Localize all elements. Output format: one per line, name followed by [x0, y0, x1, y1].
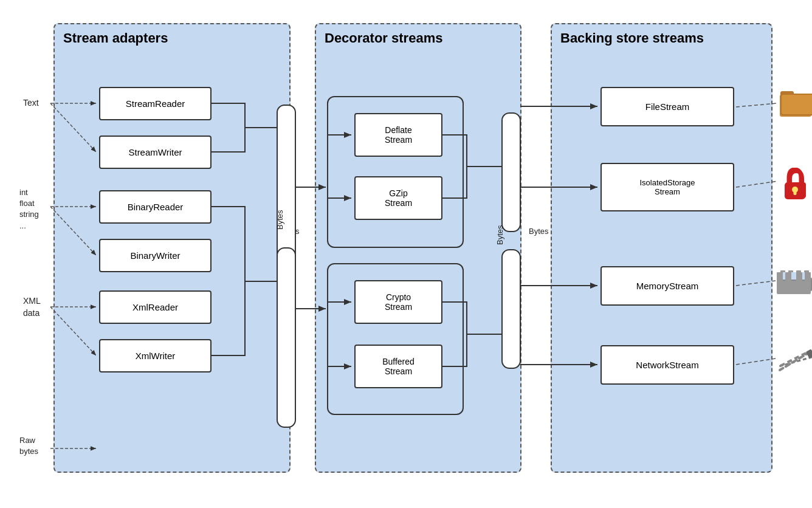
crypto-box: CryptoStream: [354, 280, 442, 324]
svg-rect-42: [785, 272, 791, 282]
svg-rect-41: [777, 272, 783, 282]
svg-rect-43: [796, 272, 802, 282]
svg-rect-46: [791, 272, 796, 280]
folder-icon-display: [780, 88, 812, 118]
svg-rect-44: [805, 272, 811, 282]
xmlreader-box: XmlReader: [99, 290, 212, 324]
svg-rect-40: [777, 281, 811, 294]
svg-rect-47: [802, 272, 805, 280]
text-label: Text: [23, 98, 39, 108]
rawbytes-label: Rawbytes: [19, 435, 38, 457]
adapters-title: Stream adapters: [55, 24, 289, 50]
gzip-box: GZipStream: [354, 176, 442, 220]
svg-rect-45: [783, 272, 785, 280]
svg-line-48: [780, 352, 810, 370]
deflate-box: DeflateStream: [354, 113, 442, 157]
bytes1-label-text: Bytes: [275, 210, 284, 230]
binaryreader-box: BinaryReader: [99, 190, 212, 224]
networkstream-box: NetworkStream: [600, 345, 734, 385]
diagram: Stream adapters Decorator streams Backin…: [17, 11, 795, 497]
filestream-box: FileStream: [600, 87, 734, 126]
memorystream-box: MemoryStream: [600, 266, 734, 306]
bytes2-label: Bytes: [529, 227, 549, 236]
castle-icon-display: [776, 271, 812, 298]
network-icon-display: [777, 349, 812, 376]
intfloat-label: intfloatstring...: [19, 187, 39, 232]
bytes2-label-text: Bytes: [495, 225, 504, 245]
decorator-title: Decorator streams: [316, 24, 520, 50]
backing-title: Backing store streams: [552, 24, 771, 50]
binarywriter-box: BinaryWriter: [99, 239, 212, 272]
svg-rect-39: [794, 190, 797, 195]
isolatedstorage-box: IsolatedStorageStream: [600, 163, 734, 211]
xmlwriter-box: XmlWriter: [99, 339, 212, 372]
xml-label: XMLdata: [23, 295, 41, 319]
streamwriter-box: StreamWriter: [99, 136, 212, 169]
svg-rect-36: [782, 95, 812, 114]
streamreader-box: StreamReader: [99, 87, 212, 120]
buffered-box: BufferedStream: [354, 345, 442, 388]
lock-icon-display: [782, 168, 808, 204]
